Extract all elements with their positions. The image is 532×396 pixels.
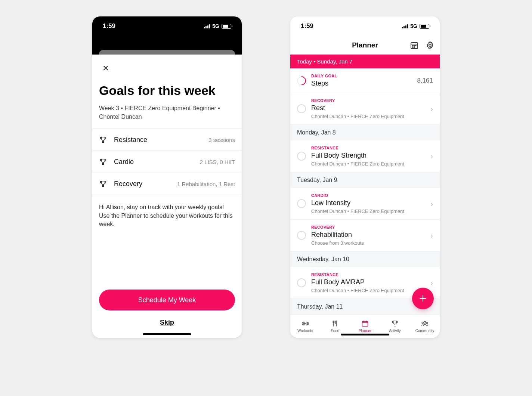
modal-subtitle: Week 3 • FIERCE Zero Equipment Beginner … [99,104,235,121]
svg-point-19 [426,322,428,324]
entry-sub: Chontel Duncan • FIERCE Zero Equipment [311,114,427,119]
battery-icon [222,24,231,29]
status-time: 1:59 [103,22,115,30]
goal-value: 3 sessions [208,137,235,143]
svg-rect-11 [302,323,303,325]
food-icon [331,320,340,327]
tab-workouts[interactable]: Workouts [290,315,320,338]
svg-point-6 [412,47,413,47]
home-indicator[interactable] [143,333,191,335]
goals-modal: Goals for this week Week 3 • FIERCE Zero… [92,55,242,338]
status-bar: 1:59 5G [290,16,440,36]
calendar-icon [361,320,369,327]
dumbbell-icon [301,320,310,327]
status-indicators: 5G [402,23,429,29]
svg-rect-14 [306,322,307,325]
svg-point-7 [414,47,415,47]
svg-rect-13 [303,322,304,325]
chevron-right-icon: › [430,105,433,113]
daily-goal-steps[interactable]: DAILY GOAL Steps 8,161 [290,68,440,93]
calendar-icon[interactable] [410,41,419,50]
trophy-icon [99,158,107,166]
goal-row-cardio: Cardio 2 LISS, 0 HIIT [92,151,242,173]
day-header-tuesday: Tuesday, Jan 9 [290,172,440,188]
goal-row-recovery: Recovery 1 Rehabilitation, 1 Rest [92,173,242,195]
svg-point-4 [414,45,415,46]
entry-title: Steps [311,80,417,87]
modal-title: Goals for this week [99,84,235,98]
day-header-monday: Monday, Jan 8 [290,125,440,140]
svg-point-8 [429,44,431,46]
checkbox-circle[interactable] [297,104,306,113]
app-header: Planner [290,36,440,55]
today-date-bar: Today • Sunday, Jan 7 [290,55,440,68]
goal-label: Cardio [114,158,134,166]
header-title: Planner [352,41,378,49]
trophy-icon [390,320,399,327]
signal-icon [204,24,210,28]
entry-sub: Chontel Duncan • FIERCE Zero Equipment [311,288,427,293]
trophy-icon [99,136,107,144]
svg-point-3 [412,45,413,46]
goal-value: 2 LISS, 0 HIIT [200,159,235,165]
status-indicators: 5G [204,23,231,29]
entry-tag: RESISTANCE [311,272,427,277]
gear-icon[interactable] [426,41,434,50]
plus-icon [418,294,428,303]
goal-value: 1 Rehabilitation, 1 Rest [177,181,235,187]
svg-point-18 [422,322,423,324]
planner-entry-rehabilitation[interactable]: RECOVERY Rehabilitation Choose from 3 wo… [290,220,440,251]
checkbox-circle[interactable] [297,278,306,287]
home-indicator[interactable] [341,334,389,335]
tab-label: Food [331,329,340,333]
modal-backdrop [92,36,242,55]
tab-label: Activity [389,329,401,333]
chevron-right-icon: › [430,279,433,287]
tab-community[interactable]: Community [410,315,440,338]
entry-tag: CARDIO [311,193,427,198]
entry-tag: RESISTANCE [311,146,427,150]
tab-label: Workouts [297,329,313,333]
entry-sub: Choose from 3 workouts [311,240,427,246]
status-bar: 1:59 5G [92,16,242,36]
tab-label: Community [415,329,434,333]
checkbox-circle[interactable] [297,152,306,161]
steps-value: 8,161 [417,77,433,84]
svg-rect-12 [307,323,309,325]
network-label: 5G [212,23,219,29]
skip-button[interactable]: Skip [99,310,235,331]
entry-title: Low Intensity [311,199,427,207]
entry-title: Full Body Strength [311,152,427,160]
trophy-icon [99,180,107,188]
planner-entry-full-body-strength[interactable]: RESISTANCE Full Body Strength Chontel Du… [290,140,440,172]
planner-entry-rest[interactable]: RECOVERY Rest Chontel Duncan • FIERCE Ze… [290,93,440,125]
phone-planner: 1:59 5G Planner Today • Sunday, Jan 7 DA… [290,16,440,338]
signal-icon [402,24,408,28]
goal-row-resistance: Resistance 3 sessions [92,129,242,151]
checkbox-circle[interactable] [297,231,306,240]
svg-point-5 [415,45,416,46]
goals-list: Resistance 3 sessions Cardio 2 LISS, 0 H… [92,129,242,195]
checkbox-circle[interactable] [297,199,306,208]
entry-tag: DAILY GOAL [311,74,417,78]
close-button[interactable] [101,64,110,72]
close-icon [102,65,109,71]
goal-label: Resistance [114,136,147,144]
planner-entry-low-intensity[interactable]: CARDIO Low Intensity Chontel Duncan • FI… [290,188,440,220]
people-icon [420,320,429,327]
battery-icon [420,24,429,29]
network-label: 5G [410,23,417,29]
add-button[interactable] [412,288,434,309]
chevron-right-icon: › [430,152,433,161]
entry-title: Rest [311,104,427,112]
entry-tag: RECOVERY [311,225,427,229]
schedule-week-button[interactable]: Schedule My Week [99,290,235,310]
entry-title: Rehabilitation [311,231,427,239]
entry-sub: Chontel Duncan • FIERCE Zero Equipment [311,161,427,167]
phone-goals-modal: 1:59 5G Goals for this week Week 3 • FIE… [92,16,242,338]
modal-message: Hi Allison, stay on track with your week… [99,195,235,236]
svg-point-17 [424,321,426,323]
entry-tag: RECOVERY [311,98,427,103]
progress-ring-icon [297,76,306,85]
entry-sub: Chontel Duncan • FIERCE Zero Equipment [311,208,427,214]
